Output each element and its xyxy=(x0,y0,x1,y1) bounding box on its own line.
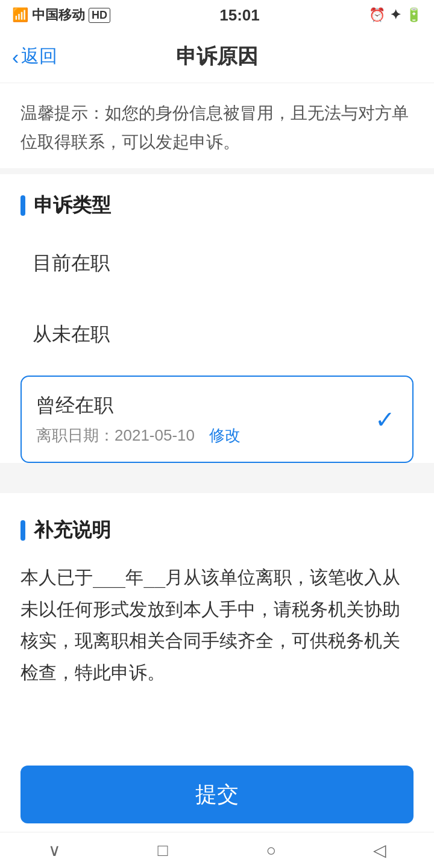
status-right: ⏰ ✦ 🔋 xyxy=(369,7,422,23)
status-bar: 📶 中国移动 HD 15:01 ⏰ ✦ 🔋 xyxy=(0,0,434,30)
nav-bar: ‹ 返回 申诉原因 xyxy=(0,30,434,83)
page-title: 申诉原因 xyxy=(176,43,258,71)
resignation-date-label: 离职日期：2021-05-10 xyxy=(36,425,195,446)
battery-icon: 🔋 xyxy=(406,7,422,23)
section-divider xyxy=(0,481,434,493)
submit-button[interactable]: 提交 xyxy=(20,766,414,823)
back-chevron-icon: ‹ xyxy=(12,46,19,67)
supplement-title-bar xyxy=(20,520,25,541)
hd-badge: HD xyxy=(89,8,110,23)
bottom-area: 提交 xyxy=(0,757,434,832)
checkmark-icon: ✓ xyxy=(375,406,395,433)
option-never-employed[interactable]: 从未在职 xyxy=(20,302,414,367)
complaint-type-section: 申诉类型 目前在职 从未在职 曾经在职 离职日期：2021-05-10 修改 ✓ xyxy=(0,174,434,463)
option-formerly-employed[interactable]: 曾经在职 离职日期：2021-05-10 修改 ✓ xyxy=(20,376,414,463)
alarm-icon: ⏰ xyxy=(369,7,385,23)
nav-down-icon[interactable]: ∨ xyxy=(36,838,72,863)
nav-square-icon[interactable]: □ xyxy=(145,838,181,863)
option-formerly-employed-label: 曾经在职 xyxy=(36,392,398,419)
carrier-label: 中国移动 xyxy=(32,6,85,24)
edit-date-button[interactable]: 修改 xyxy=(209,425,241,446)
bluetooth-icon: ✦ xyxy=(390,7,401,23)
signal-icon: 📶 xyxy=(12,7,28,23)
tip-text: 温馨提示：如您的身份信息被冒用，且无法与对方单位取得联系，可以发起申诉。 xyxy=(20,104,409,151)
status-left: 📶 中国移动 HD xyxy=(12,6,110,24)
section-title-bar xyxy=(20,195,25,216)
supplement-label: 补充说明 xyxy=(34,517,111,544)
bottom-nav: ∨ □ ○ ◁ xyxy=(0,832,434,868)
complaint-type-label: 申诉类型 xyxy=(34,192,111,219)
nav-back-arrow-icon[interactable]: ◁ xyxy=(362,838,398,863)
supplement-textarea[interactable]: 本人已于___年__月从该单位离职，该笔收入从未以任何形式发放到本人手中，请税务… xyxy=(20,556,414,784)
tip-section: 温馨提示：如您的身份信息被冒用，且无法与对方单位取得联系，可以发起申诉。 xyxy=(0,83,434,168)
submit-label: 提交 xyxy=(195,780,239,810)
nav-circle-icon[interactable]: ○ xyxy=(253,838,289,863)
complaint-type-title: 申诉类型 xyxy=(20,174,414,231)
option-never-employed-label: 从未在职 xyxy=(33,321,110,348)
back-label: 返回 xyxy=(21,44,57,69)
option-currently-employed-label: 目前在职 xyxy=(33,250,110,277)
status-time: 15:01 xyxy=(219,6,260,25)
option-currently-employed[interactable]: 目前在职 xyxy=(20,231,414,296)
back-button[interactable]: ‹ 返回 xyxy=(12,44,57,69)
option-formerly-employed-sub: 离职日期：2021-05-10 修改 xyxy=(36,425,398,446)
supplement-title: 补充说明 xyxy=(20,499,414,556)
spacer xyxy=(20,296,414,302)
